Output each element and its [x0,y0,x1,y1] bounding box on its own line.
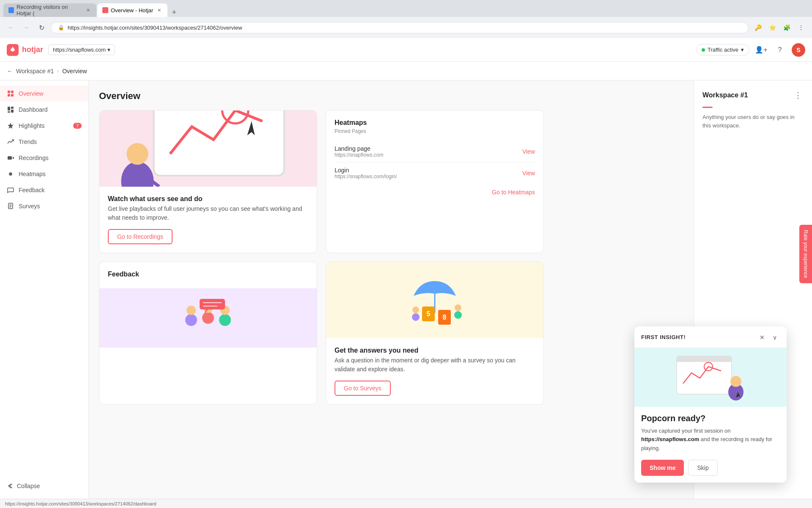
workspace-description: Anything your users do or say goes in th… [702,113,804,130]
skip-button[interactable]: Skip [688,460,717,476]
site-selector[interactable]: https://snapflows.com ▾ [48,44,115,55]
surveys-card-title: Get the answers you need [335,347,535,354]
new-tab-button[interactable]: + [168,8,180,17]
breadcrumb-workspace[interactable]: Workspace #1 [16,68,54,75]
tab-recordings[interactable]: Recording visitors on Hotjar ( ✕ [3,3,96,17]
highlights-icon [7,122,14,130]
trends-icon [7,138,14,146]
first-insight-popup: FIRST INSIGHT! ✕ ∨ Popcorn ready? [634,326,787,483]
recording-illus-svg [99,110,317,187]
collapse-icon [7,483,14,489]
lock-icon: 🔒 [58,25,64,30]
popup-controls: ✕ ∨ [757,332,780,342]
sidebar: Overview Dashboard Highlights 7 Trends [0,80,89,499]
feedback-illustration [99,288,317,348]
svg-point-28 [187,306,196,315]
feedback-card-title: Feedback [108,271,308,278]
heatmap-landing-view[interactable]: View [522,148,535,155]
tab-favicon-recordings [8,7,14,13]
svg-rect-10 [8,156,12,160]
heatmap-landing-info: Landing page https://snapflows.com [335,145,383,158]
svg-point-14 [10,174,11,174]
bookmark-icon[interactable]: ⭐ [766,22,778,33]
tab-title-overview: Overview - Hotjar [111,7,153,14]
popup-text: You've captured your first session on ht… [641,427,780,453]
popup-body: Popcorn ready? You've captured your firs… [634,407,787,483]
heatmaps-card-title: Heatmaps [335,119,535,127]
surveys-card: 5 8 Get the answers you nee [326,262,544,405]
help-button[interactable]: ? [773,43,787,57]
rate-experience-tab[interactable]: Rate your experience [799,225,812,283]
content-inner: Overview [89,80,554,415]
content-area: Overview [89,80,694,499]
svg-point-45 [455,304,461,311]
svg-rect-6 [11,107,14,109]
heatmap-login-view[interactable]: View [522,170,535,177]
browser-menu-icon[interactable]: ⋮ [795,22,807,33]
go-to-heatmaps-link[interactable]: Go to Heatmaps [335,189,535,196]
sidebar-item-feedback[interactable]: Feedback [0,182,88,198]
avatar[interactable]: S [792,43,805,57]
heatmap-login-info: Login https://snapflows.com/login/ [335,167,397,179]
back-nav-button[interactable]: ← [7,68,13,75]
popup-site-url: https://snapflows.com [641,436,699,442]
tab-overview[interactable]: Overview - Hotjar ✕ [97,3,167,17]
svg-text:5: 5 [427,310,431,318]
address-bar[interactable]: 🔒 [51,22,749,33]
sidebar-item-overview[interactable]: Overview [0,86,88,102]
sidebar-item-recordings[interactable]: Recordings [0,150,88,166]
popup-collapse-button[interactable]: ∨ [770,332,780,342]
sidebar-item-highlights[interactable]: Highlights 7 [0,118,88,134]
password-icon[interactable]: 🔑 [752,22,764,33]
tab-close-recordings[interactable]: ✕ [85,7,91,14]
browser-chrome: Recording visitors on Hotjar ( ✕ Overvie… [0,0,812,38]
go-to-surveys-button[interactable]: Go to Surveys [335,381,391,396]
show-me-button[interactable]: Show me [641,460,684,476]
popup-actions: Show me Skip [641,460,780,476]
sidebar-item-dashboard[interactable]: Dashboard [0,102,88,118]
collapse-label: Collapse [17,483,40,489]
reload-button[interactable]: ↻ [36,22,47,33]
add-user-button[interactable]: 👤+ [754,43,768,57]
sidebar-item-surveys[interactable]: Surveys [0,198,88,214]
traffic-badge[interactable]: Traffic active ▾ [696,44,749,55]
surveys-card-desc: Ask a question in the moment or dig deep… [335,356,535,374]
url-input[interactable] [68,25,741,31]
sidebar-label-feedback: Feedback [19,187,44,193]
sidebar-collapse-button[interactable]: Collapse [0,478,88,494]
workspace-accent-bar [702,107,713,108]
svg-point-51 [730,376,741,387]
sidebar-item-trends[interactable]: Trends [0,134,88,150]
back-button[interactable]: ← [5,22,17,33]
svg-rect-2 [11,91,14,93]
sidebar-label-dashboard: Dashboard [19,106,48,113]
popup-close-button[interactable]: ✕ [757,332,767,342]
extensions-icon[interactable]: 🧩 [781,22,793,33]
breadcrumb-current: Overview [62,68,87,75]
svg-point-44 [454,311,462,319]
heatmaps-icon [7,170,14,178]
svg-point-27 [185,314,197,326]
heatmaps-card-content: Heatmaps Pinned Pages Landing page https… [326,110,543,204]
heatmap-landing-url: https://snapflows.com [335,152,383,158]
svg-rect-48 [677,359,732,362]
toolbar-actions: 🔑 ⭐ 🧩 ⋮ [752,22,807,33]
heatmap-landing-name: Landing page [335,145,383,152]
popup-illustration [634,348,787,407]
recordings-card-title: Watch what users see and do [108,195,308,203]
svg-point-42 [412,313,420,321]
svg-rect-19 [154,110,284,176]
go-to-recordings-button[interactable]: Go to Recordings [108,229,173,244]
hotjar-logo-icon [7,44,19,56]
svg-marker-11 [13,157,14,159]
popup-header: FIRST INSIGHT! ✕ ∨ [634,326,787,342]
hotjar-logo: hotjar [7,44,43,56]
heatmap-login-url: https://snapflows.com/login/ [335,174,397,179]
popup-heading: Popcorn ready? [641,414,780,423]
tab-close-overview[interactable]: ✕ [156,7,162,14]
feedback-card: Feedback [99,262,317,405]
sidebar-item-heatmaps[interactable]: Heatmaps [0,166,88,182]
hotjar-wordmark: hotjar [22,45,43,54]
workspace-menu-button[interactable]: ⋮ [793,89,804,102]
forward-button[interactable]: → [20,22,32,33]
